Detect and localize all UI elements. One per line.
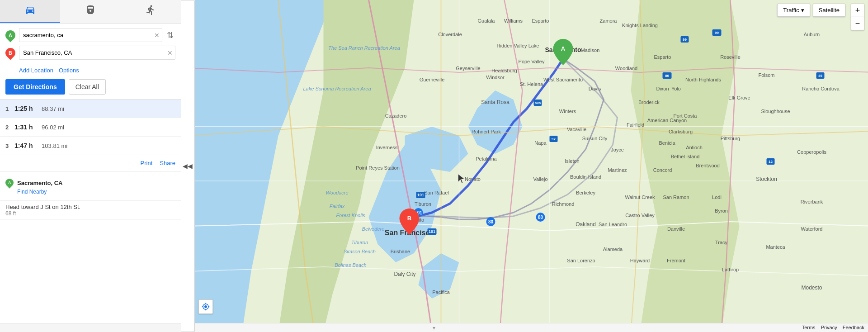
svg-text:Richmond: Richmond	[552, 201, 575, 207]
directions-list: A Sacramento, CA Find Nearby Head toward…	[0, 171, 181, 223]
zoom-in-button[interactable]: +	[851, 4, 864, 17]
start-location-item: A Sacramento, CA Find Nearby	[0, 175, 181, 201]
route-time-1: 1:25 h	[14, 105, 33, 112]
svg-text:Bethel Island: Bethel Island	[671, 154, 700, 159]
feedback-link[interactable]: Feedback	[843, 325, 864, 330]
get-directions-button[interactable]: Get Directions	[5, 79, 65, 95]
svg-text:Williams: Williams	[504, 18, 523, 24]
svg-text:Forest Knolls: Forest Knolls	[336, 213, 365, 218]
route-option-2[interactable]: 2 1:31 h 96.02 mi	[0, 118, 181, 137]
svg-text:Bolinas Beach: Bolinas Beach	[335, 262, 366, 268]
svg-text:Benicia: Benicia	[659, 140, 675, 146]
share-link[interactable]: Share	[160, 160, 175, 166]
route-number-2: 2	[5, 124, 14, 131]
svg-text:Fairfax: Fairfax	[330, 204, 345, 209]
svg-text:Zamora: Zamora	[600, 18, 618, 24]
svg-text:Guerneville: Guerneville	[420, 77, 445, 82]
route-option-3[interactable]: 3 1:47 h 103.81 mi	[0, 137, 181, 155]
svg-text:Auburn: Auburn	[804, 32, 820, 37]
route-details-2: 1:31 h 96.02 mi	[14, 123, 175, 131]
tab-walking[interactable]	[121, 0, 181, 23]
destination-input[interactable]	[19, 46, 175, 60]
svg-text:Clarksburg: Clarksburg	[669, 129, 693, 134]
svg-text:Danville: Danville	[667, 226, 685, 232]
svg-text:Novato: Novato	[465, 176, 481, 182]
svg-text:Fremont: Fremont	[667, 258, 685, 263]
route-time-2: 1:31 h	[14, 123, 33, 131]
svg-text:Tracy: Tracy	[715, 240, 728, 245]
clear-destination-button[interactable]: ✕	[167, 50, 173, 56]
svg-text:Joyce: Joyce	[611, 147, 624, 152]
collapse-sidebar-button[interactable]: ◀◀	[181, 0, 195, 332]
svg-text:Oakland: Oakland	[576, 221, 596, 228]
route-distance-1: 88.37 mi	[42, 105, 64, 112]
svg-text:A: A	[561, 45, 566, 52]
svg-text:Windsor: Windsor	[486, 75, 505, 80]
svg-text:Simson Beach: Simson Beach	[344, 249, 376, 254]
satellite-button[interactable]: Satellite	[813, 4, 845, 17]
svg-text:97: 97	[552, 137, 556, 141]
origin-input[interactable]	[19, 28, 162, 42]
svg-text:San Leandro: San Leandro	[599, 222, 627, 227]
svg-text:Berkeley: Berkeley	[576, 190, 595, 195]
svg-text:Inverness: Inverness	[376, 145, 398, 150]
svg-text:Daly City: Daly City	[394, 271, 415, 277]
zoom-out-button[interactable]: −	[851, 17, 864, 30]
options-link[interactable]: Options	[59, 67, 79, 74]
svg-text:Byron: Byron	[715, 208, 728, 213]
svg-text:Modesto: Modesto	[801, 285, 822, 291]
scroll-indicator: ▾	[0, 323, 181, 332]
my-location-button[interactable]	[198, 299, 213, 314]
svg-text:Hidden Valley Lake: Hidden Valley Lake	[497, 43, 539, 48]
traffic-button[interactable]: Traffic ▾	[777, 4, 810, 17]
start-location-label: A Sacramento, CA	[5, 179, 175, 187]
print-link[interactable]: Print	[141, 160, 153, 166]
svg-text:Folsom: Folsom	[758, 72, 774, 78]
swap-directions-button[interactable]: ⇅	[165, 28, 175, 42]
svg-text:Vacaville: Vacaville	[567, 127, 586, 132]
svg-text:Tiburon: Tiburon	[415, 201, 431, 207]
map-top-bar: Traffic ▾ Satellite	[777, 4, 845, 17]
svg-text:Isleton: Isleton	[565, 158, 579, 164]
direction-step-1[interactable]: Head toward J St on 12th St. 68 ft	[0, 201, 181, 220]
svg-text:West Sacramento: West Sacramento	[543, 77, 583, 82]
privacy-link[interactable]: Privacy	[821, 325, 837, 330]
svg-text:101: 101	[417, 193, 424, 197]
route-options: 1 1:25 h 88.37 mi 2 1:31 h 96.02 mi 3 1:…	[0, 99, 181, 155]
svg-text:Lodi: Lodi	[712, 194, 722, 200]
inputs-area: A ✕ ⇅ B ✕	[0, 24, 181, 65]
route-distance-3: 103.81 mi	[42, 142, 67, 149]
svg-text:Woodacre: Woodacre	[326, 190, 348, 195]
svg-text:Vallejo: Vallejo	[533, 176, 547, 182]
add-location-link[interactable]: Add Location	[19, 67, 53, 74]
svg-text:Martinez: Martinez	[608, 167, 627, 173]
svg-text:Brisbane: Brisbane	[391, 249, 410, 254]
destination-marker: B	[3, 46, 17, 60]
svg-text:Knights Landing: Knights Landing	[622, 23, 658, 28]
clear-all-button[interactable]: Clear All	[69, 79, 106, 95]
svg-text:Woodland: Woodland	[615, 66, 637, 71]
terms-link[interactable]: Terms	[802, 325, 816, 330]
print-share-row: Print Share	[0, 155, 181, 171]
svg-text:Port Costa: Port Costa	[674, 113, 698, 119]
find-nearby-link[interactable]: Find Nearby	[5, 189, 175, 195]
tab-driving[interactable]	[0, 0, 60, 23]
svg-text:Riverbank: Riverbank	[801, 199, 823, 204]
svg-text:Alameda: Alameda	[603, 247, 623, 252]
clear-origin-button[interactable]: ✕	[154, 32, 160, 38]
svg-text:Stockton: Stockton	[756, 176, 777, 182]
svg-text:Yolo: Yolo	[671, 86, 681, 91]
svg-text:Madison: Madison	[581, 47, 600, 53]
svg-text:Antioch: Antioch	[686, 145, 703, 150]
tab-transit[interactable]	[60, 0, 120, 23]
svg-text:Pacifica: Pacifica	[432, 289, 450, 295]
svg-text:Pittsburg: Pittsburg	[721, 136, 740, 141]
svg-text:505: 505	[535, 101, 541, 105]
svg-text:99: 99	[683, 38, 687, 42]
map-svg[interactable]: 80 80 101 Sacramento San Francisco Santa…	[195, 0, 868, 332]
route-option-1[interactable]: 1 1:25 h 88.37 mi	[0, 100, 181, 118]
svg-text:80: 80	[488, 219, 494, 224]
svg-text:Waterford: Waterford	[801, 226, 823, 232]
svg-text:99: 99	[715, 31, 719, 35]
svg-text:101: 101	[429, 229, 435, 234]
